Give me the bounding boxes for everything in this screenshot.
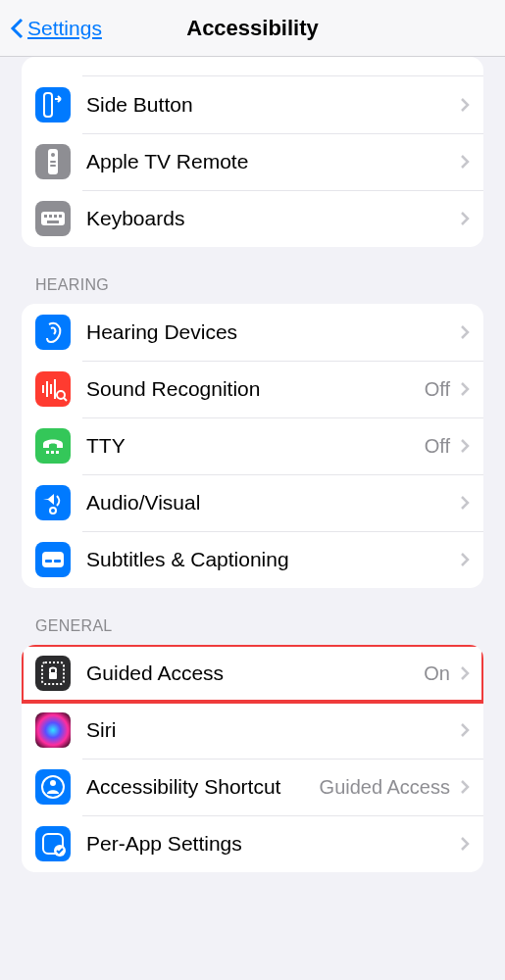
waveform-icon — [35, 371, 71, 407]
row-guided-access[interactable]: Guided AccessOn — [22, 645, 483, 702]
chevron-right-icon — [460, 324, 470, 340]
nav-bar: Settings Accessibility — [0, 0, 505, 57]
siri-icon — [35, 712, 71, 748]
row-siri[interactable]: Siri — [22, 702, 483, 759]
row-label: Accessibility Shortcut — [86, 774, 320, 799]
row-hearing-devices[interactable]: Hearing Devices — [22, 304, 483, 361]
group-header: GENERAL — [22, 617, 483, 645]
person-circle-icon — [35, 769, 71, 805]
caption-icon — [35, 542, 71, 577]
chevron-right-icon — [460, 154, 470, 170]
lock-frame-icon — [35, 656, 71, 691]
chevron-left-icon — [10, 18, 24, 39]
row-label: Side Button — [86, 92, 460, 117]
row-side-button[interactable]: Side Button — [22, 76, 483, 133]
chevron-right-icon — [460, 552, 470, 567]
row-label: Keyboards — [86, 206, 460, 230]
ear-icon — [35, 315, 71, 350]
settings-group-card: Side ButtonApple TV RemoteKeyboards — [22, 57, 483, 247]
chevron-right-icon — [460, 97, 470, 113]
chevron-right-icon — [460, 381, 470, 397]
row-label: Siri — [86, 717, 460, 742]
row-label: Guided Access — [86, 661, 424, 685]
row-label: Per-App Settings — [86, 831, 460, 856]
chevron-right-icon — [460, 836, 470, 852]
row-value: Off — [425, 435, 450, 458]
row-accessibility-shortcut[interactable]: Accessibility ShortcutGuided Access — [22, 759, 483, 815]
tty-icon — [35, 428, 71, 464]
row-label: Sound Recognition — [86, 376, 425, 401]
row-sound-recognition[interactable]: Sound RecognitionOff — [22, 361, 483, 417]
app-check-icon — [35, 826, 71, 861]
back-button[interactable]: Settings — [10, 17, 102, 40]
content-scroll[interactable]: Side ButtonApple TV RemoteKeyboardsHEARI… — [0, 57, 505, 980]
settings-group-card: Guided AccessOnSiriAccessibility Shortcu… — [22, 645, 483, 872]
row-label: TTY — [86, 433, 425, 458]
keyboard-icon — [35, 201, 71, 236]
chevron-right-icon — [460, 779, 470, 795]
chevron-right-icon — [460, 438, 470, 454]
row-subtitles[interactable]: Subtitles & Captioning — [22, 531, 483, 588]
row-label: Subtitles & Captioning — [86, 547, 460, 571]
speaker-eye-icon — [35, 485, 71, 520]
row-value: Guided Access — [320, 776, 450, 799]
row-value: On — [424, 662, 450, 685]
row-label: Audio/Visual — [86, 490, 460, 514]
chevron-right-icon — [460, 495, 470, 511]
row-label: Hearing Devices — [86, 319, 460, 344]
chevron-right-icon — [460, 211, 470, 226]
page-title: Accessibility — [186, 16, 319, 41]
row-per-app-settings[interactable]: Per-App Settings — [22, 815, 483, 872]
remote-icon — [35, 144, 71, 179]
chevron-right-icon — [460, 722, 470, 738]
row-value: Off — [425, 378, 450, 401]
group-header: HEARING — [22, 276, 483, 304]
row-apple-tv-remote[interactable]: Apple TV Remote — [22, 133, 483, 190]
row-keyboards[interactable]: Keyboards — [22, 190, 483, 247]
back-label: Settings — [27, 17, 102, 40]
side-button-icon — [35, 87, 71, 122]
settings-group-card: Hearing DevicesSound RecognitionOffTTYOf… — [22, 304, 483, 588]
row-audio-visual[interactable]: Audio/Visual — [22, 474, 483, 531]
row-tty[interactable]: TTYOff — [22, 417, 483, 474]
chevron-right-icon — [460, 665, 470, 681]
row-label: Apple TV Remote — [86, 149, 460, 173]
